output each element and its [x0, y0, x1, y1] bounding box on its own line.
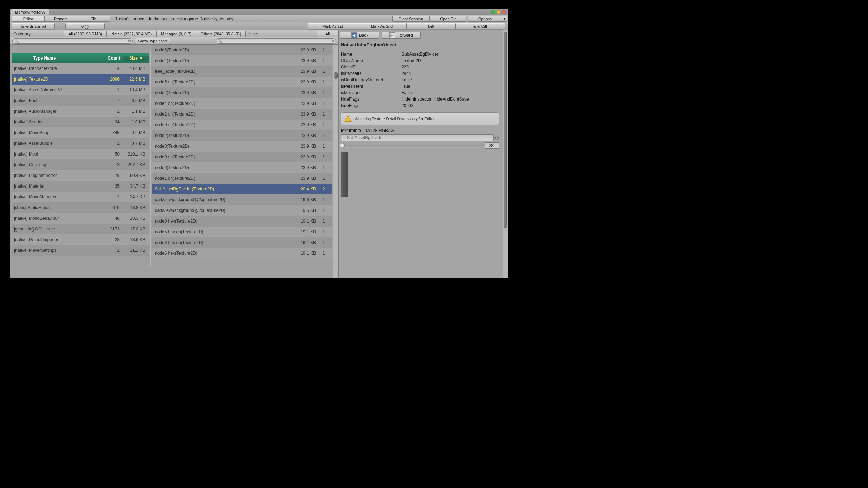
- category-tab[interactable]: Managed (0, 0 B): [156, 31, 196, 37]
- type-row[interactable]: [native] PluginImporter 75 50.4 KB: [12, 170, 149, 181]
- asset-row[interactable]: node0 hex(Texture2D) 19.1 KB 1: [152, 216, 332, 227]
- type-row[interactable]: [native] MonoBehaviour 46 18.3 KB: [12, 213, 149, 224]
- asset-row[interactable]: node3 hex on(Texture2D) 19.1 KB 1: [152, 237, 332, 248]
- asset-row[interactable]: node0 on(Texture2D) 23.9 KB 1: [152, 120, 332, 130]
- type-row[interactable]: [native] RenderTexture 4 43.4 MB: [12, 63, 149, 74]
- type-row[interactable]: [native] Shader 34 1.0 MB: [12, 117, 149, 127]
- type-count: 1: [105, 248, 123, 253]
- type-row[interactable]: [native] DefaultImporter 28 13.6 KB: [12, 234, 149, 245]
- asset-row[interactable]: SubAssetBgDivider(Texture2D) 20.4 KB 2: [152, 184, 332, 194]
- show-type-stats-button[interactable]: Show Type Stats: [135, 38, 171, 44]
- asset-size: 19.6 KB: [293, 197, 316, 202]
- property-value: Texture2D: [402, 58, 499, 63]
- detail-scrollbar[interactable]: [503, 30, 508, 278]
- options-button[interactable]: Options: [468, 16, 502, 22]
- asset-size: 19.1 KB: [293, 240, 316, 245]
- type-row[interactable]: [static] StaticFields 676 18.8 KB: [12, 202, 149, 213]
- asset-size: 23.9 KB: [293, 176, 316, 181]
- type-size: 34.7 KB: [123, 194, 149, 199]
- type-row[interactable]: [native] Font 7 6.5 MB: [12, 95, 149, 106]
- minimize-icon[interactable]: [491, 10, 495, 14]
- type-count: 745: [105, 130, 123, 135]
- detail-heading: NativeUnityEngineObject: [341, 42, 500, 47]
- asset-name: darkviewbackground@2x(Texture2D): [152, 208, 293, 213]
- asset-row[interactable]: node6(Texture2D) 23.9 KB 1: [152, 162, 332, 173]
- asset-row[interactable]: node6(Texture2D) 23.9 KB 1: [152, 45, 332, 55]
- type-row[interactable]: [gchandle] GCHandle 2173 17.0 KB: [12, 224, 149, 234]
- col-size-header[interactable]: Size ▼: [123, 56, 149, 61]
- forward-button[interactable]: ▶ Forward: [382, 32, 421, 39]
- asset-row[interactable]: node6 hex(Texture2D) 19.1 KB 1: [152, 248, 332, 259]
- type-row[interactable]: [native] Texture2D 2096 22.5 MB: [12, 74, 149, 85]
- take-snapshot-button[interactable]: Take Snapshot: [12, 23, 55, 29]
- category-tab[interactable]: Native (3287, 90.4 MB): [107, 31, 156, 37]
- category-tab[interactable]: All (6136, 90.5 MB): [64, 31, 107, 37]
- size-filter-button[interactable]: All: [317, 31, 338, 37]
- type-list-scrollbar[interactable]: [150, 52, 151, 266]
- options-dropdown-icon[interactable]: ▾: [502, 16, 507, 22]
- type-row[interactable]: [native] Cubemap 3 257.7 KB: [12, 159, 149, 170]
- type-row[interactable]: [native] Mesh 50 310.1 KB: [12, 149, 149, 159]
- connection-mode-editor[interactable]: Editor: [12, 16, 45, 22]
- snapshot-selector[interactable]: 0 (-): [65, 23, 105, 29]
- property-row: isPersistent True: [339, 83, 500, 90]
- type-row[interactable]: [native] MonoManager 1 34.7 KB: [12, 192, 149, 202]
- asset-row[interactable]: node5 on(Texture2D) 23.9 KB 1: [152, 77, 332, 87]
- left-panel: Category: All (6136, 90.5 MB)Native (328…: [10, 30, 339, 278]
- back-button[interactable]: ◀ Back: [340, 32, 379, 39]
- type-row[interactable]: [native] MonoScript 745 0.9 MB: [12, 127, 149, 138]
- property-row: ClassName Texture2D: [339, 57, 500, 64]
- type-row[interactable]: [native] AssetDatabaseV1 1 13.4 MB: [12, 85, 149, 95]
- close-icon[interactable]: [502, 10, 506, 14]
- col-name-header[interactable]: Type Name: [12, 56, 105, 61]
- type-row[interactable]: [native] AudioManager 1 1.1 MB: [12, 106, 149, 117]
- asset-list-scrollbar[interactable]: [333, 45, 338, 278]
- asset-name: node5 hex on(Texture2D): [152, 229, 293, 234]
- forward-arrow-icon: ▶: [389, 32, 395, 38]
- asset-row[interactable]: node0 on(Texture2D) 23.9 KB 1: [152, 152, 332, 162]
- clear-icon[interactable]: ⊗: [128, 39, 131, 43]
- mark-1st-button[interactable]: Mark As 1st: [308, 23, 357, 29]
- clear-session-button[interactable]: Clear Session: [392, 16, 429, 22]
- slider-value-input[interactable]: 128: [485, 142, 499, 149]
- asset-row[interactable]: node2 on(Texture2D) 23.9 KB 1: [152, 109, 332, 120]
- asset-row[interactable]: node4(Texture2D) 23.9 KB 1: [152, 55, 332, 66]
- asset-row[interactable]: darkviewbackground@2x(Texture2D) 19.6 KB…: [152, 205, 332, 216]
- asset-count: 1: [316, 90, 332, 95]
- asset-row[interactable]: node1 on(Texture2D) 23.9 KB 1: [152, 173, 332, 184]
- diff-button[interactable]: Diff: [407, 23, 456, 29]
- type-row[interactable]: [native] Material 35 34.7 KB: [12, 181, 149, 192]
- end-diff-button[interactable]: End Diff: [456, 23, 505, 29]
- asset-row[interactable]: node5 hex on(Texture2D) 19.1 KB 1: [152, 227, 332, 237]
- asset-count: 1: [316, 251, 332, 256]
- texture-object-field[interactable]: →SubAssetBgDivider: [341, 134, 494, 141]
- type-search-input[interactable]: 🔍 ⊗: [12, 38, 133, 44]
- category-tab[interactable]: Others (2849, 35.8 KB): [196, 31, 246, 37]
- asset-size: 23.9 KB: [293, 122, 316, 127]
- open-dir-button[interactable]: Open Dir: [429, 16, 466, 22]
- type-name: [native] MonoManager: [12, 194, 105, 199]
- mark-2nd-button[interactable]: Mark As 2nd: [357, 23, 407, 29]
- property-value: 2844: [402, 71, 499, 76]
- clear-icon[interactable]: ⊗: [332, 39, 334, 43]
- asset-row[interactable]: node2(Texture2D) 23.9 KB 1: [152, 87, 332, 98]
- asset-row[interactable]: node4 on(Texture2D) 23.9 KB 1: [152, 98, 332, 109]
- type-row[interactable]: [native] PlayerSettings 1 11.1 KB: [12, 245, 149, 256]
- asset-row[interactable]: darkviewbackground@2x(Texture2D) 19.6 KB…: [152, 194, 332, 205]
- asset-row[interactable]: node3(Texture2D) 23.9 KB 1: [152, 141, 332, 152]
- asset-search-input[interactable]: 🔍 ⊗: [216, 38, 336, 44]
- traffic-lights: [491, 9, 508, 15]
- action-toolbar: Take Snapshot 0 (-) Mark As 1st Mark As …: [10, 22, 508, 30]
- connection-mode-file[interactable]: File: [77, 16, 110, 22]
- asset-row[interactable]: node2(Texture2D) 23.9 KB 1: [152, 130, 332, 141]
- col-count-header[interactable]: Count: [105, 56, 123, 61]
- connection-mode-remote[interactable]: Remote: [45, 16, 77, 22]
- type-row[interactable]: [native] AssetBundle 1 0.7 MB: [12, 138, 149, 149]
- warning-box: ! Watching Texture Detail Data is only f…: [341, 112, 499, 125]
- size-slider[interactable]: [341, 145, 483, 146]
- window-tab[interactable]: MemoryProfilerW: [11, 9, 49, 15]
- asset-row[interactable]: tree_node(Texture2D) 23.9 KB 1: [152, 66, 332, 77]
- maximize-icon[interactable]: [497, 10, 500, 14]
- object-picker-icon[interactable]: ⊙: [495, 135, 499, 141]
- property-row: ClassID 220: [339, 64, 500, 70]
